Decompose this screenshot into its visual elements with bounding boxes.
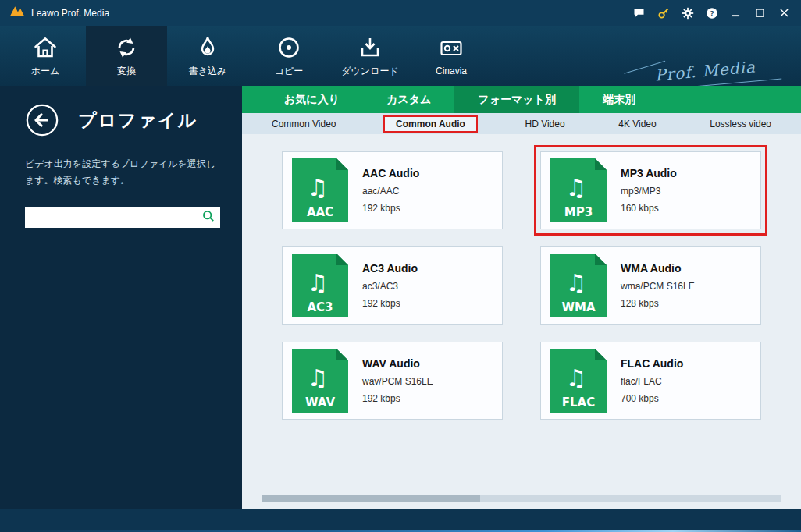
subtab-common-video[interactable]: Common Video <box>265 117 343 131</box>
music-note-icon: ♫ <box>566 269 587 296</box>
key-icon[interactable] <box>651 3 675 23</box>
nav-item-download[interactable]: ダウンロード <box>329 26 411 86</box>
search-input[interactable] <box>25 207 202 228</box>
scrollbar-thumb[interactable] <box>262 495 480 502</box>
subtab-4k-video[interactable]: 4K Video <box>612 117 663 131</box>
nav-label: 変換 <box>117 65 136 78</box>
audio-file-icon: ♫ AC3 <box>292 254 348 317</box>
format-badge: AC3 <box>307 300 333 314</box>
format-badge: WAV <box>305 395 335 410</box>
burn-flame-icon <box>194 34 221 61</box>
nav-label: Cinavia <box>436 66 467 76</box>
music-note-icon: ♫ <box>308 174 329 201</box>
tab-custom[interactable]: カスタム <box>363 86 454 113</box>
profile-panel: お気に入り カスタム フォーマット別 端末別 Common Video Comm… <box>242 86 801 509</box>
profile-bitrate: 192 kbps <box>362 393 433 404</box>
profile-bitrate: 192 kbps <box>362 298 418 309</box>
profile-search <box>25 207 220 228</box>
nav-label: ダウンロード <box>341 65 398 78</box>
window-title: Leawo Prof. Media <box>31 8 109 19</box>
cinavia-icon <box>438 35 465 62</box>
tab-by-device[interactable]: 端末別 <box>579 86 659 113</box>
profile-codec: aac/AAC <box>362 186 419 197</box>
profile-title: WAV Audio <box>362 357 433 370</box>
profile-bitrate: 128 kbps <box>621 298 695 309</box>
format-badge: WMA <box>561 300 595 314</box>
subtab-hd-video[interactable]: HD Video <box>519 117 571 131</box>
profile-title: WMA Audio <box>621 262 695 275</box>
profile-title: MP3 Audio <box>621 167 677 179</box>
profile-codec: flac/FLAC <box>621 376 683 387</box>
nav-label: コピー <box>275 65 304 78</box>
profile-codec: wma/PCM S16LE <box>621 281 695 292</box>
main-navigation: ホーム 変換 書き込み <box>0 26 801 86</box>
status-bar <box>0 509 801 532</box>
profile-card-aac[interactable]: ♫ AAC AAC Audio aac/AAC 192 kbps <box>282 151 503 229</box>
svg-text:?: ? <box>710 9 714 17</box>
subtab-common-audio[interactable]: Common Audio <box>383 115 478 133</box>
nav-item-cinavia[interactable]: Cinavia <box>411 26 492 86</box>
leawo-logo-icon <box>9 5 25 20</box>
gear-icon[interactable] <box>675 3 700 23</box>
profile-codec: ac3/AC3 <box>362 281 418 292</box>
audio-file-icon: ♫ AAC <box>292 158 348 222</box>
nav-label: 書き込み <box>189 65 227 78</box>
nav-item-home[interactable]: ホーム <box>5 26 86 86</box>
home-icon <box>32 34 59 61</box>
audio-file-icon: ♫ MP3 <box>550 158 607 222</box>
back-button[interactable] <box>25 103 59 137</box>
horizontal-scrollbar[interactable] <box>262 495 781 502</box>
disc-icon <box>276 34 302 61</box>
profile-card-wav[interactable]: ♫ WAV WAV Audio wav/PCM S16LE 192 kbps <box>282 342 503 420</box>
profile-bitrate: 160 kbps <box>621 203 677 214</box>
format-badge: FLAC <box>562 395 595 410</box>
message-icon[interactable] <box>627 3 651 23</box>
maximize-button[interactable] <box>748 3 772 23</box>
music-note-icon: ♫ <box>308 364 329 392</box>
format-badge: AAC <box>307 205 333 219</box>
audio-file-icon: ♫ WAV <box>292 349 348 413</box>
profile-codec: mp3/MP3 <box>621 186 677 197</box>
profile-card-wma[interactable]: ♫ WMA WMA Audio wma/PCM S16LE 128 kbps <box>540 246 761 325</box>
profile-card-mp3[interactable]: ♫ MP3 MP3 Audio mp3/MP3 160 kbps <box>540 151 761 229</box>
profile-title: FLAC Audio <box>621 357 683 370</box>
tab-by-format[interactable]: フォーマット別 <box>454 86 579 113</box>
profile-title: AAC Audio <box>362 167 419 179</box>
format-subtabbar: Common Video Common Audio HD Video 4K Vi… <box>242 113 801 134</box>
minimize-button[interactable] <box>724 3 748 23</box>
sidebar-description: ビデオ出力を設定するプロファイルを選択します。検索もできます。 <box>25 156 220 189</box>
nav-label: ホーム <box>31 65 60 78</box>
profile-grid: ♫ AAC AAC Audio aac/AAC 192 kbps ♫ MP3 M… <box>242 134 801 420</box>
music-note-icon: ♫ <box>566 364 587 392</box>
audio-file-icon: ♫ FLAC <box>550 349 607 413</box>
profile-card-flac[interactable]: ♫ FLAC FLAC Audio flac/FLAC 700 kbps <box>540 342 761 420</box>
profile-sidebar: プロファイル ビデオ出力を設定するプロファイルを選択します。検索もできます。 <box>0 86 242 509</box>
sidebar-title: プロファイル <box>78 108 198 133</box>
music-note-icon: ♫ <box>566 174 587 201</box>
music-note-icon: ♫ <box>308 269 329 296</box>
nav-item-burn[interactable]: 書き込み <box>167 26 248 86</box>
search-icon[interactable] <box>202 210 215 225</box>
profile-bitrate: 192 kbps <box>362 203 419 214</box>
close-button[interactable] <box>772 3 796 23</box>
format-badge: MP3 <box>564 205 593 219</box>
profile-title: AC3 Audio <box>362 262 418 275</box>
download-icon <box>357 34 383 61</box>
profile-codec: wav/PCM S16LE <box>362 376 433 387</box>
category-tabbar: お気に入り カスタム フォーマット別 端末別 <box>242 86 801 113</box>
nav-item-convert[interactable]: 変換 <box>86 26 167 86</box>
titlebar: Leawo Prof. Media <box>0 0 801 26</box>
tab-favorites[interactable]: お気に入り <box>261 86 363 113</box>
nav-item-copy[interactable]: コピー <box>248 26 329 86</box>
audio-file-icon: ♫ WMA <box>550 254 607 317</box>
convert-icon <box>113 34 140 61</box>
profile-card-ac3[interactable]: ♫ AC3 AC3 Audio ac3/AC3 192 kbps <box>282 246 503 325</box>
subtab-lossless-video[interactable]: Lossless video <box>703 117 778 131</box>
profile-bitrate: 700 kbps <box>621 393 683 404</box>
help-icon[interactable]: ? <box>700 3 724 23</box>
